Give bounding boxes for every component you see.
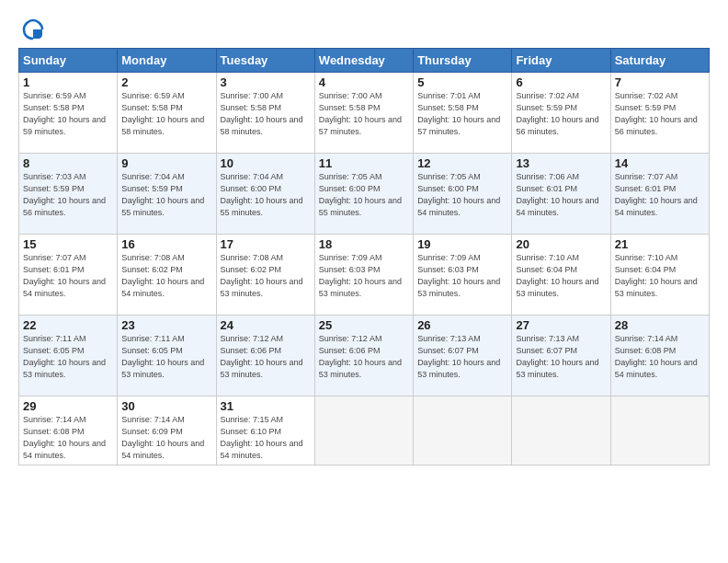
calendar-day: 15Sunrise: 7:07 AMSunset: 6:01 PMDayligh… xyxy=(19,235,118,316)
calendar-week-row: 8Sunrise: 7:03 AMSunset: 5:59 PMDaylight… xyxy=(19,154,710,235)
calendar-header-row: SundayMondayTuesdayWednesdayThursdayFrid… xyxy=(19,49,710,73)
day-number: 23 xyxy=(121,318,211,332)
calendar-day: 9Sunrise: 7:04 AMSunset: 5:59 PMDaylight… xyxy=(118,154,216,235)
calendar-week-row: 15Sunrise: 7:07 AMSunset: 6:01 PMDayligh… xyxy=(19,235,710,316)
day-info: Sunrise: 7:13 AMSunset: 6:07 PMDaylight:… xyxy=(516,334,598,379)
calendar: SundayMondayTuesdayWednesdayThursdayFrid… xyxy=(18,48,710,465)
calendar-day: 10Sunrise: 7:04 AMSunset: 6:00 PMDayligh… xyxy=(216,154,314,235)
day-number: 27 xyxy=(516,318,606,332)
day-number: 6 xyxy=(516,75,606,89)
day-header-friday: Friday xyxy=(512,49,610,73)
day-header-monday: Monday xyxy=(118,49,216,73)
calendar-day: 30Sunrise: 7:14 AMSunset: 6:09 PMDayligh… xyxy=(118,396,216,465)
logo xyxy=(18,17,46,42)
day-number: 28 xyxy=(615,318,705,332)
day-number: 12 xyxy=(417,156,507,170)
day-number: 22 xyxy=(23,318,113,332)
calendar-day xyxy=(610,396,709,465)
day-info: Sunrise: 7:02 AMSunset: 5:59 PMDaylight:… xyxy=(516,91,598,136)
page: SundayMondayTuesdayWednesdayThursdayFrid… xyxy=(0,0,728,475)
calendar-day: 25Sunrise: 7:12 AMSunset: 6:06 PMDayligh… xyxy=(314,316,413,396)
day-number: 5 xyxy=(417,75,507,89)
day-info: Sunrise: 7:07 AMSunset: 6:01 PMDaylight:… xyxy=(615,172,698,217)
calendar-day: 11Sunrise: 7:05 AMSunset: 6:00 PMDayligh… xyxy=(314,154,413,235)
calendar-day: 21Sunrise: 7:10 AMSunset: 6:04 PMDayligh… xyxy=(610,235,709,316)
calendar-day: 12Sunrise: 7:05 AMSunset: 6:00 PMDayligh… xyxy=(414,154,512,235)
logo-icon xyxy=(20,17,46,42)
day-number: 4 xyxy=(319,75,409,89)
day-number: 8 xyxy=(23,156,113,170)
day-info: Sunrise: 7:12 AMSunset: 6:06 PMDaylight:… xyxy=(221,334,303,379)
day-info: Sunrise: 7:11 AMSunset: 6:05 PMDaylight:… xyxy=(121,334,204,379)
calendar-day: 22Sunrise: 7:11 AMSunset: 6:05 PMDayligh… xyxy=(19,316,118,396)
day-info: Sunrise: 7:10 AMSunset: 6:04 PMDaylight:… xyxy=(615,253,698,298)
day-info: Sunrise: 7:12 AMSunset: 6:06 PMDaylight:… xyxy=(319,334,402,379)
calendar-day: 24Sunrise: 7:12 AMSunset: 6:06 PMDayligh… xyxy=(216,316,314,396)
calendar-day: 23Sunrise: 7:11 AMSunset: 6:05 PMDayligh… xyxy=(118,316,216,396)
day-number: 24 xyxy=(221,318,311,332)
calendar-day: 20Sunrise: 7:10 AMSunset: 6:04 PMDayligh… xyxy=(512,235,610,316)
day-number: 21 xyxy=(615,237,705,251)
calendar-day: 8Sunrise: 7:03 AMSunset: 5:59 PMDaylight… xyxy=(19,154,118,235)
day-number: 17 xyxy=(221,237,311,251)
day-number: 3 xyxy=(221,75,311,89)
day-number: 29 xyxy=(23,399,113,413)
day-info: Sunrise: 7:14 AMSunset: 6:08 PMDaylight:… xyxy=(615,334,698,379)
day-info: Sunrise: 7:08 AMSunset: 6:02 PMDaylight:… xyxy=(121,253,204,298)
day-number: 15 xyxy=(23,237,113,251)
calendar-day: 18Sunrise: 7:09 AMSunset: 6:03 PMDayligh… xyxy=(314,235,413,316)
calendar-day xyxy=(414,396,512,465)
calendar-day: 16Sunrise: 7:08 AMSunset: 6:02 PMDayligh… xyxy=(118,235,216,316)
day-header-sunday: Sunday xyxy=(19,49,118,73)
day-info: Sunrise: 6:59 AMSunset: 5:58 PMDaylight:… xyxy=(23,91,106,136)
day-info: Sunrise: 7:02 AMSunset: 5:59 PMDaylight:… xyxy=(615,91,698,136)
calendar-day xyxy=(512,396,610,465)
day-header-saturday: Saturday xyxy=(610,49,709,73)
day-info: Sunrise: 7:11 AMSunset: 6:05 PMDaylight:… xyxy=(23,334,106,379)
day-info: Sunrise: 7:04 AMSunset: 5:59 PMDaylight:… xyxy=(121,172,204,217)
day-number: 25 xyxy=(319,318,409,332)
day-info: Sunrise: 7:14 AMSunset: 6:09 PMDaylight:… xyxy=(121,415,204,460)
day-number: 2 xyxy=(121,75,211,89)
header xyxy=(18,17,710,42)
day-info: Sunrise: 7:06 AMSunset: 6:01 PMDaylight:… xyxy=(516,172,598,217)
calendar-day: 13Sunrise: 7:06 AMSunset: 6:01 PMDayligh… xyxy=(512,154,610,235)
calendar-day: 26Sunrise: 7:13 AMSunset: 6:07 PMDayligh… xyxy=(414,316,512,396)
calendar-week-row: 22Sunrise: 7:11 AMSunset: 6:05 PMDayligh… xyxy=(19,316,710,396)
day-header-tuesday: Tuesday xyxy=(216,49,314,73)
day-number: 11 xyxy=(319,156,409,170)
day-info: Sunrise: 7:04 AMSunset: 6:00 PMDaylight:… xyxy=(221,172,303,217)
calendar-day: 14Sunrise: 7:07 AMSunset: 6:01 PMDayligh… xyxy=(610,154,709,235)
day-info: Sunrise: 7:15 AMSunset: 6:10 PMDaylight:… xyxy=(221,415,303,460)
day-number: 20 xyxy=(516,237,606,251)
day-info: Sunrise: 7:08 AMSunset: 6:02 PMDaylight:… xyxy=(221,253,303,298)
calendar-day: 29Sunrise: 7:14 AMSunset: 6:08 PMDayligh… xyxy=(19,396,118,465)
calendar-day: 4Sunrise: 7:00 AMSunset: 5:58 PMDaylight… xyxy=(314,73,413,154)
calendar-week-row: 1Sunrise: 6:59 AMSunset: 5:58 PMDaylight… xyxy=(19,73,710,154)
day-info: Sunrise: 7:09 AMSunset: 6:03 PMDaylight:… xyxy=(417,253,500,298)
calendar-day: 7Sunrise: 7:02 AMSunset: 5:59 PMDaylight… xyxy=(610,73,709,154)
day-number: 18 xyxy=(319,237,409,251)
calendar-day: 28Sunrise: 7:14 AMSunset: 6:08 PMDayligh… xyxy=(610,316,709,396)
day-number: 13 xyxy=(516,156,606,170)
calendar-day: 27Sunrise: 7:13 AMSunset: 6:07 PMDayligh… xyxy=(512,316,610,396)
day-info: Sunrise: 7:03 AMSunset: 5:59 PMDaylight:… xyxy=(23,172,106,217)
day-info: Sunrise: 7:00 AMSunset: 5:58 PMDaylight:… xyxy=(221,91,303,136)
day-info: Sunrise: 7:14 AMSunset: 6:08 PMDaylight:… xyxy=(23,415,106,460)
calendar-day: 3Sunrise: 7:00 AMSunset: 5:58 PMDaylight… xyxy=(216,73,314,154)
day-number: 14 xyxy=(615,156,705,170)
day-number: 31 xyxy=(221,399,311,413)
day-info: Sunrise: 7:05 AMSunset: 6:00 PMDaylight:… xyxy=(417,172,500,217)
day-info: Sunrise: 7:05 AMSunset: 6:00 PMDaylight:… xyxy=(319,172,402,217)
calendar-week-row: 29Sunrise: 7:14 AMSunset: 6:08 PMDayligh… xyxy=(19,396,710,465)
day-number: 16 xyxy=(121,237,211,251)
day-number: 19 xyxy=(417,237,507,251)
day-number: 30 xyxy=(121,399,211,413)
day-info: Sunrise: 7:09 AMSunset: 6:03 PMDaylight:… xyxy=(319,253,402,298)
day-info: Sunrise: 6:59 AMSunset: 5:58 PMDaylight:… xyxy=(121,91,204,136)
calendar-day: 6Sunrise: 7:02 AMSunset: 5:59 PMDaylight… xyxy=(512,73,610,154)
day-number: 9 xyxy=(121,156,211,170)
day-info: Sunrise: 7:10 AMSunset: 6:04 PMDaylight:… xyxy=(516,253,598,298)
day-number: 26 xyxy=(417,318,507,332)
day-info: Sunrise: 7:13 AMSunset: 6:07 PMDaylight:… xyxy=(417,334,500,379)
